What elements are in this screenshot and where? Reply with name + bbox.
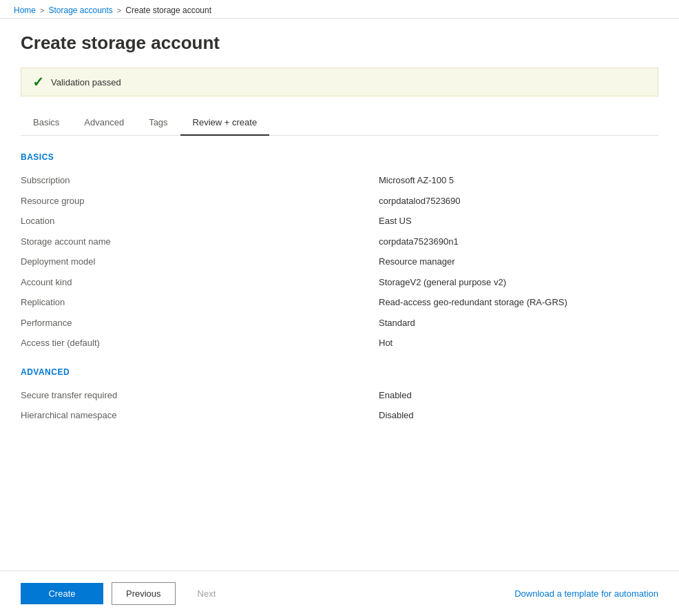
table-row: Secure transfer required Enabled — [21, 385, 658, 406]
next-button: Next — [184, 583, 230, 604]
advanced-table: Secure transfer required Enabled Hierarc… — [21, 385, 658, 426]
validation-check-icon: ✓ — [32, 75, 44, 89]
row-value-deployment-model: Resource manager — [158, 251, 658, 272]
row-label-storage-account-name: Storage account name — [21, 232, 158, 252]
breadcrumb-storage-accounts[interactable]: Storage accounts — [48, 6, 112, 15]
basics-section-title: BASICS — [21, 152, 658, 162]
basics-section: BASICS Subscription Microsoft AZ-100 5 R… — [21, 152, 658, 353]
automation-link[interactable]: Download a template for automation — [514, 588, 658, 599]
row-value-subscription: Microsoft AZ-100 5 — [158, 170, 658, 191]
table-row: Resource group corpdatalod7523690 — [21, 191, 658, 212]
table-row: Performance Standard — [21, 313, 658, 333]
row-label-subscription: Subscription — [21, 170, 158, 191]
table-row: Hierarchical namespace Disabled — [21, 405, 658, 426]
table-row: Location East US — [21, 211, 658, 232]
row-label-location: Location — [21, 211, 158, 232]
table-row: Deployment model Resource manager — [21, 251, 658, 272]
row-value-storage-account-name: corpdata7523690n1 — [158, 232, 658, 252]
breadcrumb-sep-2: > — [117, 6, 121, 14]
row-value-performance: Standard — [158, 313, 658, 333]
table-row: Storage account name corpdata7523690n1 — [21, 232, 658, 252]
create-button[interactable]: Create — [21, 583, 103, 604]
breadcrumb: Home > Storage accounts > Create storage… — [14, 6, 665, 15]
tab-advanced[interactable]: Advanced — [72, 110, 136, 136]
row-label-replication: Replication — [21, 292, 158, 313]
tab-basics[interactable]: Basics — [21, 110, 72, 136]
tab-review-create[interactable]: Review + create — [180, 110, 270, 136]
table-row: Account kind StorageV2 (general purpose … — [21, 272, 658, 293]
footer: Create Previous Next Download a template… — [0, 571, 679, 616]
table-row: Replication Read-access geo-redundant st… — [21, 292, 658, 313]
row-value-resource-group: corpdatalod7523690 — [158, 191, 658, 212]
main-content: Create storage account ✓ Validation pass… — [0, 19, 679, 571]
page-title: Create storage account — [21, 32, 658, 54]
previous-button[interactable]: Previous — [112, 582, 176, 605]
row-label-secure-transfer: Secure transfer required — [21, 385, 158, 406]
breadcrumb-sep-1: > — [40, 6, 44, 14]
breadcrumb-home[interactable]: Home — [14, 6, 36, 15]
row-label-account-kind: Account kind — [21, 272, 158, 293]
advanced-section-title: ADVANCED — [21, 367, 658, 377]
row-value-access-tier: Hot — [158, 333, 658, 353]
tab-tags[interactable]: Tags — [136, 110, 180, 136]
table-row: Subscription Microsoft AZ-100 5 — [21, 170, 658, 191]
row-value-replication: Read-access geo-redundant storage (RA-GR… — [158, 292, 658, 313]
row-label-resource-group: Resource group — [21, 191, 158, 212]
row-label-access-tier: Access tier (default) — [21, 333, 158, 353]
validation-banner: ✓ Validation passed — [21, 68, 658, 96]
basics-table: Subscription Microsoft AZ-100 5 Resource… — [21, 170, 658, 353]
row-value-secure-transfer: Enabled — [158, 385, 658, 406]
advanced-section: ADVANCED Secure transfer required Enable… — [21, 367, 658, 426]
row-label-deployment-model: Deployment model — [21, 251, 158, 272]
row-value-location: East US — [158, 211, 658, 232]
row-value-hierarchical-namespace: Disabled — [158, 405, 658, 426]
tabs-container: Basics Advanced Tags Review + create — [21, 110, 658, 136]
validation-text: Validation passed — [51, 77, 121, 88]
breadcrumb-bar: Home > Storage accounts > Create storage… — [0, 0, 679, 19]
row-value-account-kind: StorageV2 (general purpose v2) — [158, 272, 658, 293]
row-label-performance: Performance — [21, 313, 158, 333]
row-label-hierarchical-namespace: Hierarchical namespace — [21, 405, 158, 426]
breadcrumb-current: Create storage account — [125, 6, 211, 15]
page-container: Home > Storage accounts > Create storage… — [0, 0, 679, 616]
table-row: Access tier (default) Hot — [21, 333, 658, 353]
